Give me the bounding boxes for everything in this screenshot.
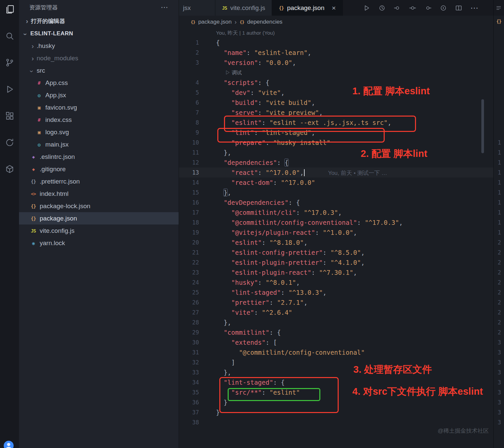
tree-item-package.json[interactable]: {}package.json [19, 212, 179, 224]
code-line-33[interactable]: 33 }, [179, 367, 504, 377]
file-name: logo.svg [45, 129, 69, 136]
code-line-9[interactable]: 9 "lint": "lint-staged", [179, 128, 504, 138]
code-line-28[interactable]: 28 }, [179, 317, 504, 327]
step-over-icon[interactable] [409, 4, 416, 12]
run-file-icon[interactable] [363, 4, 370, 12]
tree-item-index.html[interactable]: <>index.html [19, 188, 179, 200]
line-number: 36 [179, 397, 199, 407]
split-line-number: 2 [498, 317, 501, 327]
code-line-25[interactable]: 25 "lint-staged": "^13.0.3", [179, 287, 504, 297]
line-number: 19 [179, 227, 199, 237]
code-line-13[interactable]: 13 "react": "^17.0.0",You, 前天 • 测试一下 … [179, 168, 504, 178]
code-line-18[interactable]: 18 "@commitlint/config-conventional": "^… [179, 218, 504, 227]
code-line-17[interactable]: 17 "@commitlint/cli": "^17.0.3", [179, 208, 504, 218]
tree-item-vite.config.js[interactable]: JSvite.config.js [19, 224, 179, 237]
tree-item-yarn.lock[interactable]: ◉yarn.lock [19, 237, 179, 249]
tree-item-src[interactable]: ›src [19, 64, 179, 77]
code-line-22[interactable]: 22 "eslint-plugin-prettier": "^4.1.0", [179, 257, 504, 267]
search-icon[interactable] [5, 31, 15, 41]
account-icon[interactable] [3, 440, 14, 448]
code-line-27[interactable]: 27 "vite": "^2.6.4" [179, 307, 504, 317]
line-number: 15 [179, 188, 199, 198]
code-line-23[interactable]: 23 "eslint-plugin-react": "^7.30.1", [179, 267, 504, 277]
tab-package-json[interactable]: {} package.json × [272, 0, 343, 16]
css-file-icon: # [35, 80, 43, 86]
code-line-24[interactable]: 24 "husky": "^8.0.1", [179, 277, 504, 287]
code-line-5[interactable]: 5 "dev": "vite", [179, 88, 504, 98]
line-number: 20 [179, 237, 199, 247]
more-actions-icon[interactable]: ⋯ [470, 4, 478, 12]
tab-vite-config-js[interactable]: JS vite.config.js [215, 0, 272, 16]
code-line-1[interactable]: 1{ [179, 38, 504, 48]
file-name: vite.config.js [40, 227, 75, 234]
tab-jsx[interactable]: jsx [179, 0, 215, 16]
timeline-history-icon[interactable] [378, 4, 386, 12]
code-line-14[interactable]: 14 "react-dom": "^17.0.0" [179, 178, 504, 188]
svg-file-icon: ▣ [35, 130, 43, 135]
tree-item-.gitignore[interactable]: ◆.gitignore [19, 163, 179, 175]
line-number: 33 [179, 367, 199, 377]
code-line-32[interactable]: 32 ] [179, 357, 504, 367]
code-line-3[interactable]: 3 "version": "0.0.0", [179, 58, 504, 68]
code-line-10[interactable]: 10 "prepare": "husky install" [179, 138, 504, 148]
sync-icon[interactable] [5, 138, 15, 148]
code-line-35[interactable]: 35 "src/**": "eslint" [179, 387, 504, 397]
tree-item-package-lock.json[interactable]: {}package-lock.json [19, 200, 179, 212]
code-line-4[interactable]: 4 "scripts": { [179, 78, 504, 88]
breadcrumb-item[interactable]: dependencies [247, 19, 283, 25]
code-editor[interactable]: You, 昨天 | 1 author (You)1{2 "name": "esl… [179, 28, 504, 448]
tree-item-.eslintrc.json[interactable]: ◈.eslintrc.json [19, 151, 179, 163]
code-line-12[interactable]: 12 "dependencies": { [179, 158, 504, 168]
code-line-6[interactable]: 6 "build": "vite build", [179, 98, 504, 108]
tree-item-App.css[interactable]: #App.css [19, 77, 179, 89]
extensions-icon[interactable] [5, 111, 15, 121]
split-editor-strip[interactable]: {} 11111111112222222222333333333 [493, 0, 504, 448]
codelens-debug[interactable]: ▷ 调试 [179, 68, 504, 78]
tree-item-logo.svg[interactable]: ▣logo.svg [19, 126, 179, 138]
split-line-number: 3 [498, 387, 501, 397]
step-back-icon[interactable] [394, 4, 401, 12]
split-editor-icon[interactable] [455, 4, 462, 12]
code-line-7[interactable]: 7 "serve": "vite preview", [179, 108, 504, 118]
code-line-20[interactable]: 20 "eslint": "^8.18.0", [179, 237, 504, 247]
tab-label: jsx [183, 4, 191, 12]
code-line-19[interactable]: 19 "@vitejs/plugin-react": "^1.0.0", [179, 227, 504, 237]
open-editors-section[interactable]: › 打开的编辑器 [19, 15, 179, 27]
file-name: package-lock.json [40, 203, 90, 210]
tree-item-main.jsx[interactable]: ◎main.jsx [19, 138, 179, 151]
project-header[interactable]: › ESLINT-LEARN [19, 27, 179, 40]
tree-item-index.css[interactable]: #index.css [19, 114, 179, 126]
tree-item-node_modules[interactable]: ›node_modules [19, 52, 179, 64]
code-line-11[interactable]: 11 }, [179, 148, 504, 158]
source-control-icon[interactable] [5, 58, 15, 68]
tree-item-.husky[interactable]: ›.husky [19, 40, 179, 52]
run-debug-icon[interactable] [5, 84, 15, 94]
code-line-34[interactable]: 34 "lint-staged": { [179, 377, 504, 387]
breadcrumb-item[interactable]: package.json [198, 19, 232, 25]
list-icon[interactable] [496, 5, 502, 11]
code-line-38[interactable]: 38 [179, 417, 504, 427]
close-icon[interactable]: × [332, 4, 336, 12]
line-number: 18 [179, 218, 199, 227]
views-more-icon[interactable]: ⋯ [161, 3, 169, 12]
tree-item-App.jsx[interactable]: ◎App.jsx [19, 89, 179, 101]
preview-icon[interactable] [440, 4, 447, 12]
code-line-8[interactable]: 8 "eslint": "eslint --ext .js,.jsx,.ts s… [179, 118, 504, 128]
package-box-icon[interactable] [5, 164, 15, 174]
code-line-36[interactable]: 36 } [179, 397, 504, 407]
line-number: 21 [179, 247, 199, 257]
code-line-15[interactable]: 15 }, [179, 188, 504, 198]
code-line-2[interactable]: 2 "name": "eslint-learn", [179, 48, 504, 58]
code-line-30[interactable]: 30 "extends": [ [179, 337, 504, 347]
code-line-29[interactable]: 29 "commitlint": { [179, 327, 504, 337]
code-line-37[interactable]: 37} [179, 407, 504, 417]
code-line-26[interactable]: 26 "prettier": "2.7.1", [179, 297, 504, 307]
tree-item-.prettierrc.json[interactable]: {}.prettierrc.json [19, 175, 179, 188]
explorer-icon[interactable] [5, 4, 15, 14]
tree-item-favicon.svg[interactable]: ▣favicon.svg [19, 101, 179, 114]
code-line-21[interactable]: 21 "eslint-config-prettier": "^8.5.0", [179, 247, 504, 257]
code-line-31[interactable]: 31 "@commitlint/config-conventional" [179, 347, 504, 357]
step-forward-icon[interactable] [424, 4, 432, 12]
js-file-icon: JS [29, 228, 37, 233]
code-line-16[interactable]: 16 "devDependencies": { [179, 198, 504, 208]
